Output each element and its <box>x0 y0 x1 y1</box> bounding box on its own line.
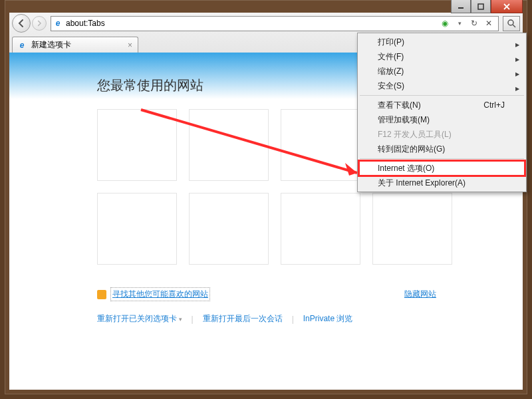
reopen-closed-tab-link[interactable]: 重新打开已关闭选项卡 <box>97 313 182 325</box>
site-tile[interactable] <box>372 193 452 265</box>
footer-links: 重新打开已关闭选项卡 | 重新打开最后一次会话 | InPrivate 浏览 <box>97 313 450 325</box>
minimize-button[interactable] <box>451 0 471 13</box>
forward-button[interactable] <box>32 16 47 31</box>
menu-about-ie[interactable]: 关于 Internet Explorer(A) <box>359 176 525 190</box>
svg-line-5 <box>513 25 515 27</box>
tools-menu: 打印(P) 文件(F) 缩放(Z) 安全(S) 查看下载(N)Ctrl+J 管理… <box>357 33 527 192</box>
maximize-button[interactable] <box>471 0 491 13</box>
reopen-last-session-link[interactable]: 重新打开最后一次会话 <box>203 313 283 325</box>
site-tile[interactable] <box>189 109 269 181</box>
address-input[interactable] <box>66 19 440 28</box>
back-button[interactable] <box>12 14 31 33</box>
site-tile[interactable] <box>97 109 177 181</box>
menu-separator <box>360 95 524 96</box>
address-bar[interactable]: e ◉ ▾ ↻ ✕ <box>51 16 499 31</box>
tab-new[interactable]: e 新建选项卡 × <box>12 37 138 53</box>
tab-title: 新建选项卡 <box>31 39 71 51</box>
menu-internet-options[interactable]: Internet 选项(O) <box>359 161 525 176</box>
discover-sites-link[interactable]: 寻找其他您可能喜欢的网站 <box>110 287 210 301</box>
menu-print[interactable]: 打印(P) <box>359 35 525 49</box>
dropdown-icon[interactable]: ▾ <box>454 18 465 29</box>
close-button[interactable] <box>491 0 523 13</box>
svg-rect-1 <box>478 4 483 9</box>
menu-view-downloads[interactable]: 查看下载(N)Ctrl+J <box>359 98 525 112</box>
menu-f12-devtools[interactable]: F12 开发人员工具(L) <box>359 127 525 142</box>
lightbulb-icon <box>97 290 106 299</box>
search-button[interactable] <box>503 16 520 31</box>
security-shield-icon[interactable]: ◉ <box>440 18 450 29</box>
hide-sites-link[interactable]: 隐藏网站 <box>404 289 436 300</box>
site-tile[interactable] <box>281 193 360 265</box>
svg-point-4 <box>508 20 513 25</box>
stop-icon[interactable]: ✕ <box>483 18 494 29</box>
window-controls <box>451 0 523 13</box>
refresh-icon[interactable]: ↻ <box>469 18 479 29</box>
menu-zoom[interactable]: 缩放(Z) <box>359 64 525 78</box>
tab-close-icon[interactable]: × <box>126 41 134 50</box>
menu-manage-addons[interactable]: 管理加载项(M) <box>359 112 525 127</box>
navbar: e ◉ ▾ ↻ ✕ <box>9 13 523 34</box>
menu-file[interactable]: 文件(F) <box>359 49 525 64</box>
menu-safety[interactable]: 安全(S) <box>359 78 525 93</box>
site-tile[interactable] <box>281 109 360 181</box>
menu-goto-pinned[interactable]: 转到固定的网站(G) <box>359 142 525 156</box>
browser-window: e ◉ ▾ ↻ ✕ e 新建选项卡 × ⌂ ★ ✲ <box>0 0 532 399</box>
ie-favicon-icon: e <box>53 18 63 29</box>
inprivate-link[interactable]: InPrivate 浏览 <box>303 313 353 325</box>
site-tile[interactable] <box>189 193 269 265</box>
tab-favicon-icon: e <box>17 40 27 51</box>
site-tile[interactable] <box>97 193 177 265</box>
menu-separator <box>360 158 524 159</box>
